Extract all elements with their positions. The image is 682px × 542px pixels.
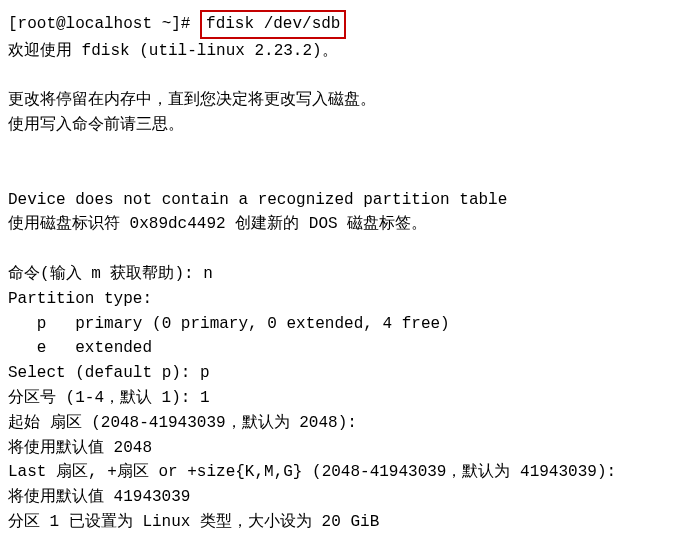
prompt-prefix: [root@localhost ~]# [8,15,200,33]
terminal-line: Partition type: [8,287,674,312]
terminal-line: 欢迎使用 fdisk (util-linux 2.23.2)。 [8,39,674,64]
terminal-line: 起始 扇区 (2048-41943039，默认为 2048): [8,411,674,436]
terminal-line: 将使用默认值 41943039 [8,485,674,510]
blank-line [8,163,674,188]
blank-line [8,237,674,262]
terminal-line: 将使用默认值 2048 [8,436,674,461]
command-boxed: fdisk /dev/sdb [200,10,346,39]
terminal-line: Device does not contain a recognized par… [8,188,674,213]
terminal-line: Last 扇区, +扇区 or +size{K,M,G} (2048-41943… [8,460,674,485]
prompt-line: [root@localhost ~]# fdisk /dev/sdb [8,10,674,39]
terminal-line: e extended [8,336,674,361]
terminal-line: 更改将停留在内存中，直到您决定将更改写入磁盘。 [8,88,674,113]
terminal-line: 使用磁盘标识符 0x89dc4492 创建新的 DOS 磁盘标签。 [8,212,674,237]
terminal-line: 分区 1 已设置为 Linux 类型，大小设为 20 GiB [8,510,674,535]
blank-line [8,138,674,163]
terminal-line: Select (default p): p [8,361,674,386]
terminal-line: 使用写入命令前请三思。 [8,113,674,138]
terminal-line: 命令(输入 m 获取帮助): n [8,262,674,287]
terminal-line: 分区号 (1-4，默认 1): 1 [8,386,674,411]
blank-line [8,535,674,542]
terminal-line: p primary (0 primary, 0 extended, 4 free… [8,312,674,337]
blank-line [8,64,674,89]
